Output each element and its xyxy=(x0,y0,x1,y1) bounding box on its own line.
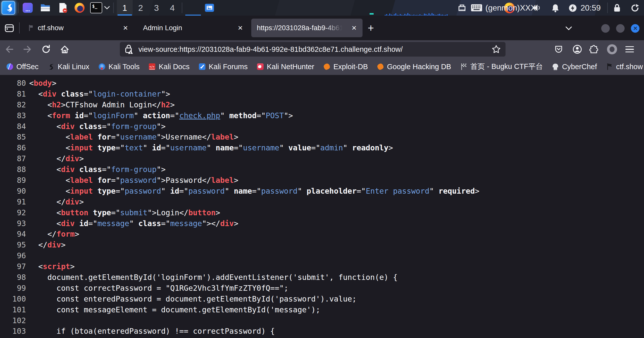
source-token: id xyxy=(75,111,84,120)
tab[interactable]: Admin Login× xyxy=(137,19,249,37)
bookmark-item[interactable]: Kali Tools xyxy=(99,63,140,71)
tab-close-button[interactable]: × xyxy=(349,23,359,33)
source-token: =" xyxy=(170,111,179,120)
source-token: =" xyxy=(357,187,366,195)
workspace-button-3[interactable]: 3 xyxy=(149,0,164,16)
workspace-button-4[interactable]: 4 xyxy=(164,0,180,16)
terminal-launcher[interactable]: $_ xyxy=(90,2,102,13)
bookmark-item[interactable]: Kali NetHunter xyxy=(257,63,314,71)
url-bar[interactable]: view-source:https://2031028a-fab9-4b61-9… xyxy=(120,42,506,57)
source-token: </ xyxy=(29,154,66,163)
source-line: 80<body> xyxy=(9,78,644,89)
bookmark-item[interactable]: 首页 - Bugku CTF平台 xyxy=(460,62,543,72)
logout-button[interactable] xyxy=(630,4,639,13)
source-token: label xyxy=(70,133,93,141)
line-number: 100 xyxy=(9,294,26,305)
workspace-button-2[interactable]: 2 xyxy=(133,0,149,16)
source-token: " xyxy=(225,187,234,195)
source-token: " xyxy=(220,111,229,120)
taskbar-window-files[interactable] xyxy=(204,3,214,13)
bookmark-item[interactable]: Google Hacking DB xyxy=(377,63,451,71)
source-line: 94 </form> xyxy=(9,229,644,240)
lock-warning-icon[interactable] xyxy=(124,44,133,54)
bookmark-item[interactable]: Exploit-DB xyxy=(324,63,368,71)
bookmark-favicon-nethunter-icon xyxy=(257,63,264,70)
lock-screen-button[interactable] xyxy=(613,4,621,12)
firefox-launcher[interactable] xyxy=(75,3,85,13)
puzzle-piece-icon xyxy=(589,45,598,54)
notifications-indicator[interactable] xyxy=(551,4,559,12)
source-line: 96 xyxy=(9,250,644,261)
volume-indicator[interactable] xyxy=(532,4,542,12)
network-indicator[interactable] xyxy=(457,4,467,12)
monitor-graph-bar xyxy=(419,14,420,16)
firefox-view-button[interactable] xyxy=(4,22,15,34)
extensions-button[interactable] xyxy=(588,44,600,55)
source-token: =" xyxy=(252,187,261,195)
source-token: readonly xyxy=(352,143,388,152)
menu-button[interactable] xyxy=(624,44,635,55)
monitor-graph-bar xyxy=(400,14,401,16)
keyboard-layout-indicator[interactable] xyxy=(471,4,482,12)
kali-menu-button[interactable] xyxy=(2,1,15,15)
source-token: div xyxy=(61,219,75,228)
source-token: form xyxy=(56,230,75,238)
source-token: =" xyxy=(234,143,243,152)
tab-list-button[interactable] xyxy=(563,22,575,34)
url-text[interactable]: view-source:https://2031028a-fab9-4b61-9… xyxy=(138,45,403,54)
text-editor-launcher[interactable] xyxy=(58,3,68,13)
new-tab-button[interactable]: + xyxy=(365,22,377,34)
source-token: form xyxy=(52,111,70,120)
home-button[interactable] xyxy=(59,44,70,55)
tab[interactable]: https://2031028a-fab9-4b61-992e-81bd362c… xyxy=(251,19,363,37)
keyboard-icon xyxy=(471,4,482,12)
line-number: 97 xyxy=(9,261,26,272)
minimize-button[interactable] xyxy=(601,24,610,33)
bookmark-star-icon[interactable] xyxy=(491,45,501,54)
tab[interactable]: ctf.show× xyxy=(22,19,134,37)
tab-close-button[interactable]: × xyxy=(235,23,245,33)
workspace-button-1[interactable]: 1 xyxy=(117,0,133,16)
forward-button[interactable] xyxy=(22,44,33,55)
file-manager-launcher[interactable] xyxy=(40,3,50,13)
monitor-graph-bar xyxy=(432,13,433,16)
bookmark-item[interactable]: Kali Linux xyxy=(48,63,89,71)
source-token xyxy=(93,187,97,195)
power-manager-indicator[interactable] xyxy=(568,4,577,12)
source-token: > xyxy=(70,262,75,271)
source-token: form-group xyxy=(111,165,157,174)
back-button[interactable] xyxy=(4,44,15,55)
terminal-icon: $_ xyxy=(90,2,102,13)
line-number: 88 xyxy=(9,164,26,175)
source-line: 89 <label for="password">Password</label… xyxy=(9,175,644,186)
source-line: 97 <script> xyxy=(9,261,644,272)
source-token: div xyxy=(220,219,234,228)
extension-circle-button[interactable] xyxy=(606,44,618,55)
bookmark-item[interactable]: Kali Docs xyxy=(149,63,190,71)
bookmark-item[interactable]: CyberChef xyxy=(552,63,597,71)
app-grid-launcher[interactable] xyxy=(23,3,33,13)
bookmark-item[interactable]: OffSec xyxy=(7,63,39,71)
bookmark-item[interactable]: ctf.show xyxy=(606,63,643,71)
bookmark-item[interactable]: Kali Forums xyxy=(199,63,248,71)
source-link[interactable]: check.php xyxy=(179,111,220,120)
source-token: type xyxy=(97,187,116,195)
pocket-button[interactable] xyxy=(553,44,564,55)
source-token: password xyxy=(188,187,225,195)
monitor-graph-bar xyxy=(403,15,404,16)
bookmark-label: OffSec xyxy=(16,63,39,71)
line-number: 104 xyxy=(9,337,26,338)
chevron-down-icon xyxy=(104,6,110,9)
firefox-icon xyxy=(74,3,85,13)
reload-button[interactable] xyxy=(40,44,52,55)
account-button[interactable] xyxy=(571,44,583,55)
source-token: submit xyxy=(120,208,147,217)
tab-separator xyxy=(19,22,20,33)
line-number: 99 xyxy=(9,283,26,294)
maximize-button[interactable] xyxy=(616,24,625,33)
launcher-dropdown-button[interactable] xyxy=(104,6,110,9)
source-token: admin xyxy=(320,143,343,152)
tab-close-button[interactable]: × xyxy=(121,23,130,33)
close-window-button[interactable] xyxy=(631,24,639,33)
clock[interactable]: 20:59 xyxy=(581,0,601,16)
